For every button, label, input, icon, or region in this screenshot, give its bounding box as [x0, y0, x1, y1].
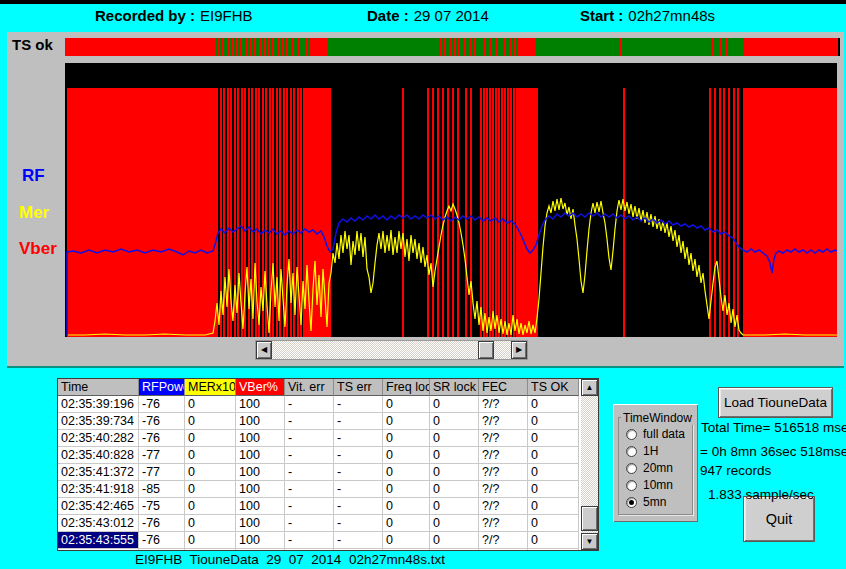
- radio-circle[interactable]: [626, 446, 637, 457]
- table-cell[interactable]: 0: [185, 430, 236, 447]
- radio-option-10mn[interactable]: 10mn: [626, 478, 673, 492]
- table-cell[interactable]: 0: [430, 532, 479, 549]
- table-cell[interactable]: 100: [236, 464, 285, 481]
- table-cell[interactable]: 02:35:43:012: [58, 515, 139, 532]
- table-cell[interactable]: 100: [236, 396, 285, 413]
- table-cell[interactable]: 0: [383, 532, 430, 549]
- table-cell[interactable]: 0: [430, 396, 479, 413]
- table-cell[interactable]: 0: [185, 464, 236, 481]
- table-cell[interactable]: -76: [139, 515, 185, 532]
- table-cell[interactable]: 0: [383, 481, 430, 498]
- table-cell[interactable]: 0: [430, 447, 479, 464]
- table-cell[interactable]: ?/?: [479, 464, 528, 481]
- table-cell[interactable]: 0: [528, 532, 579, 549]
- radio-option-full-data[interactable]: full data: [626, 427, 685, 441]
- table-cell[interactable]: 0: [430, 515, 479, 532]
- table-cell[interactable]: 0: [528, 430, 579, 447]
- table-cell[interactable]: -: [285, 396, 334, 413]
- table-cell[interactable]: -: [285, 413, 334, 430]
- table-cell[interactable]: -: [334, 447, 383, 464]
- table-cell[interactable]: 0: [528, 515, 579, 532]
- radio-option-20mn[interactable]: 20mn: [626, 461, 673, 475]
- table-cell[interactable]: 0: [528, 413, 579, 430]
- table-cell[interactable]: 0: [185, 413, 236, 430]
- table-cell[interactable]: 0: [528, 396, 579, 413]
- table-cell[interactable]: ?/?: [479, 447, 528, 464]
- table-cell[interactable]: 0: [185, 481, 236, 498]
- table-cell[interactable]: 0: [430, 481, 479, 498]
- table-cell[interactable]: ?/?: [479, 481, 528, 498]
- table-cell[interactable]: 0: [185, 396, 236, 413]
- table-cell[interactable]: 0: [383, 430, 430, 447]
- table-cell[interactable]: 02:35:41:918: [58, 481, 139, 498]
- table-cell[interactable]: ?/?: [479, 413, 528, 430]
- radio-circle[interactable]: [626, 463, 637, 474]
- table-cell[interactable]: -77: [139, 447, 185, 464]
- hscroll-track[interactable]: [272, 341, 511, 359]
- table-cell[interactable]: -: [334, 430, 383, 447]
- chart-hscrollbar[interactable]: ◀ ▶: [255, 340, 528, 360]
- radio-circle[interactable]: [626, 497, 637, 508]
- vscroll-thumb[interactable]: [581, 506, 598, 531]
- table-cell[interactable]: 0: [528, 464, 579, 481]
- table-cell[interactable]: -: [285, 447, 334, 464]
- table-cell[interactable]: -75: [139, 498, 185, 515]
- quit-button[interactable]: Quit: [743, 496, 815, 542]
- table-cell[interactable]: 0: [185, 447, 236, 464]
- table-cell[interactable]: -: [285, 532, 334, 549]
- table-cell[interactable]: 02:35:41:372: [58, 464, 139, 481]
- table-cell[interactable]: 02:35:39:196: [58, 396, 139, 413]
- table-cell[interactable]: 0: [383, 413, 430, 430]
- radio-option-1H[interactable]: 1H: [626, 444, 658, 458]
- table-cell[interactable]: -: [334, 515, 383, 532]
- table-cell[interactable]: 0: [528, 481, 579, 498]
- scroll-down-button[interactable]: ▼: [581, 533, 598, 550]
- load-tiounedata-button[interactable]: Load TiouneData: [718, 387, 833, 418]
- table-cell[interactable]: 0: [383, 447, 430, 464]
- table-cell[interactable]: 0: [430, 464, 479, 481]
- table-cell[interactable]: ?/?: [479, 532, 528, 549]
- table-cell[interactable]: -77: [139, 464, 185, 481]
- table-cell[interactable]: -76: [139, 413, 185, 430]
- table-cell[interactable]: 02:35:42:465: [58, 498, 139, 515]
- table-cell[interactable]: -: [285, 498, 334, 515]
- table-cell[interactable]: 02:35:43:555: [58, 532, 139, 549]
- table-cell[interactable]: 0: [383, 464, 430, 481]
- table-cell[interactable]: -76: [139, 430, 185, 447]
- table-cell[interactable]: 100: [236, 532, 285, 549]
- scroll-up-button[interactable]: ▲: [581, 379, 598, 396]
- hscroll-thumb[interactable]: [478, 341, 494, 359]
- table-cell[interactable]: 100: [236, 413, 285, 430]
- radio-circle[interactable]: [626, 429, 637, 440]
- table-cell[interactable]: -: [334, 464, 383, 481]
- table-cell[interactable]: 0: [430, 413, 479, 430]
- table-cell[interactable]: 0: [383, 396, 430, 413]
- table-cell[interactable]: 0: [185, 532, 236, 549]
- table-cell[interactable]: 0: [430, 430, 479, 447]
- table-cell[interactable]: -: [334, 396, 383, 413]
- table-cell[interactable]: 100: [236, 515, 285, 532]
- table-cell[interactable]: 02:35:39:734: [58, 413, 139, 430]
- radio-circle[interactable]: [626, 480, 637, 491]
- table-cell[interactable]: 0: [383, 498, 430, 515]
- table-cell[interactable]: -: [285, 481, 334, 498]
- table-cell[interactable]: 0: [383, 515, 430, 532]
- table-cell[interactable]: -: [285, 430, 334, 447]
- table-cell[interactable]: 02:35:40:282: [58, 430, 139, 447]
- table-cell[interactable]: ?/?: [479, 498, 528, 515]
- table-cell[interactable]: ?/?: [479, 430, 528, 447]
- table-vscrollbar[interactable]: ▲ ▼: [581, 379, 598, 550]
- table-cell[interactable]: ?/?: [479, 515, 528, 532]
- table-cell[interactable]: -: [334, 498, 383, 515]
- table-cell[interactable]: -76: [139, 396, 185, 413]
- table-cell[interactable]: 0: [430, 498, 479, 515]
- table-cell[interactable]: 0: [528, 447, 579, 464]
- radio-option-5mn[interactable]: 5mn: [626, 495, 666, 509]
- table-cell[interactable]: -85: [139, 481, 185, 498]
- table-cell[interactable]: -: [285, 464, 334, 481]
- table-cell[interactable]: 0: [185, 498, 236, 515]
- table-cell[interactable]: ?/?: [479, 396, 528, 413]
- table-cell[interactable]: -: [334, 532, 383, 549]
- table-cell[interactable]: 02:35:40:828: [58, 447, 139, 464]
- table-cell[interactable]: 0: [185, 515, 236, 532]
